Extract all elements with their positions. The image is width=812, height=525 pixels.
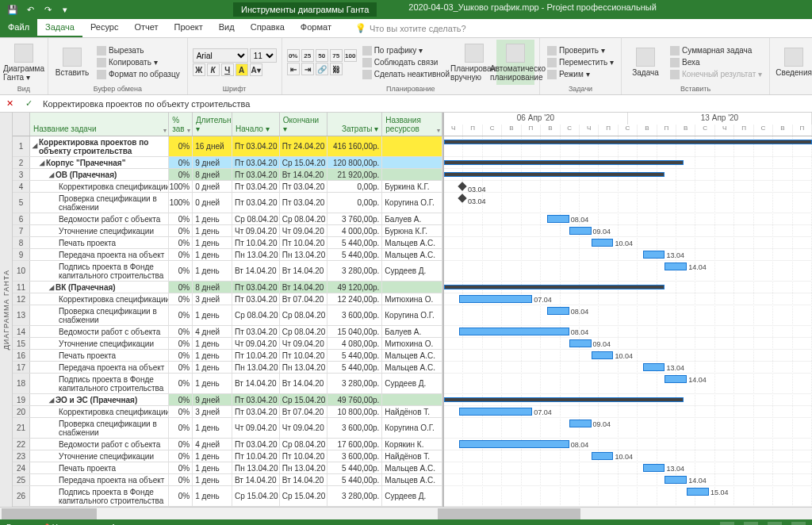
- row-number[interactable]: 23: [13, 450, 30, 462]
- undo-icon[interactable]: ↶: [24, 3, 36, 16]
- milestone-button[interactable]: Веха: [668, 57, 764, 68]
- gantt-bar[interactable]: 13.04: [643, 363, 665, 371]
- milestone-marker[interactable]: 03.04: [458, 182, 466, 190]
- gantt-bar[interactable]: 08.04: [547, 215, 569, 223]
- tab-ресурс[interactable]: Ресурс: [82, 19, 126, 37]
- tab-file[interactable]: Файл: [0, 19, 37, 37]
- save-icon[interactable]: 💾: [6, 3, 19, 16]
- row-number[interactable]: 19: [13, 394, 30, 405]
- ontrack-button[interactable]: По графику ▾: [360, 45, 452, 56]
- row-number[interactable]: 5: [13, 193, 30, 213]
- row-number[interactable]: 7: [13, 225, 30, 236]
- row-number[interactable]: 20: [13, 406, 30, 417]
- outdent-button[interactable]: ⇤: [287, 63, 300, 75]
- row-number[interactable]: 4: [13, 181, 30, 192]
- gantt-bar[interactable]: 08.04: [459, 440, 569, 448]
- bold-button[interactable]: Ж: [193, 63, 205, 76]
- table-row[interactable]: 5Проверка спецификации в снабжении100%0 …: [13, 193, 442, 213]
- table-row[interactable]: 16Печать проекта0%1 деньПт 10.04.20Пт 10…: [13, 350, 442, 362]
- row-number[interactable]: 2: [13, 157, 30, 168]
- gantt-row[interactable]: [444, 394, 812, 406]
- gantt-row[interactable]: [444, 282, 812, 293]
- table-row[interactable]: 18Подпись проекта в Фонде капитального с…: [13, 374, 442, 394]
- gantt-bar[interactable]: 09.04: [569, 227, 592, 235]
- indent-button[interactable]: ⇥: [301, 63, 314, 75]
- gantt-row[interactable]: 08.04: [444, 439, 812, 450]
- row-number[interactable]: 9: [13, 249, 30, 260]
- tell-me[interactable]: 💡 Что вы хотите сделать?: [355, 19, 466, 37]
- table-row[interactable]: 1◢Корректировка проектов по объекту стро…: [13, 136, 442, 157]
- row-number[interactable]: 11: [13, 282, 30, 293]
- gantt-bar[interactable]: 09.04: [569, 420, 592, 427]
- gantt-row[interactable]: 10.04: [444, 450, 812, 462]
- gantt-bar[interactable]: 13.04: [643, 251, 665, 259]
- gantt-bar[interactable]: [444, 140, 812, 144]
- paste-button[interactable]: Вставить: [53, 40, 91, 85]
- tab-справка[interactable]: Справка: [243, 19, 293, 37]
- row-number[interactable]: 6: [13, 213, 30, 224]
- cancel-entry-button[interactable]: ✕: [0, 98, 19, 109]
- table-row[interactable]: 2◢Корпус "Прачечная"0%9 днейПт 03.04.20С…: [13, 157, 442, 169]
- table-row[interactable]: 11◢ВК (Прачечная)0%8 днейПт 03.04.20Вт 1…: [13, 282, 442, 293]
- gantt-row[interactable]: [444, 136, 812, 157]
- view-button-4[interactable]: [791, 522, 806, 525]
- gantt-row[interactable]: 08.04: [444, 326, 812, 338]
- row-number[interactable]: 22: [13, 439, 30, 450]
- table-row[interactable]: 20Корректировка спецификации0%3 днейПт 0…: [13, 406, 442, 418]
- gantt-row[interactable]: 10.04: [444, 237, 812, 249]
- gantt-bar[interactable]: [444, 172, 665, 177]
- table-row[interactable]: 7Уточнение спецификации0%1 деньЧт 09.04.…: [13, 225, 442, 237]
- gantt-bar[interactable]: [444, 397, 684, 402]
- horizontal-scrollbar[interactable]: [0, 507, 812, 519]
- gantt-bar[interactable]: 09.04: [569, 339, 592, 347]
- gantt-row[interactable]: 15.04: [444, 486, 812, 507]
- view-button-2[interactable]: [744, 522, 758, 525]
- table-row[interactable]: 9Передача проекта на объект0%1 деньПн 13…: [13, 249, 442, 261]
- pct-100-button[interactable]: 100: [344, 49, 357, 62]
- copy-button[interactable]: Копировать ▾: [94, 57, 182, 68]
- link-button[interactable]: 🔗: [316, 63, 328, 75]
- table-row[interactable]: 21Проверка спецификации в снабжении0%1 д…: [13, 418, 442, 439]
- gantt-bar[interactable]: 07.04: [459, 295, 533, 303]
- gantt-row[interactable]: 03.04: [444, 181, 812, 193]
- pct-75-button[interactable]: 75: [330, 49, 343, 62]
- row-number[interactable]: 12: [13, 293, 30, 305]
- qat-more-icon[interactable]: ▾: [59, 3, 71, 16]
- task-button[interactable]: Задача: [626, 40, 665, 85]
- table-row[interactable]: 15Уточнение спецификации0%1 деньЧт 09.04…: [13, 338, 442, 350]
- accept-entry-button[interactable]: ✓: [19, 98, 38, 109]
- row-number[interactable]: 24: [13, 462, 30, 473]
- gantt-row[interactable]: 14.04: [444, 261, 812, 282]
- gantt-bar[interactable]: 13.04: [643, 464, 665, 472]
- table-row[interactable]: 3◢ОВ (Прачечная)0%8 днейПт 03.04.20Вт 14…: [13, 169, 442, 181]
- gantt-row[interactable]: 07.04: [444, 406, 812, 418]
- entry-value[interactable]: Корректировка проектов по объекту строит…: [38, 99, 812, 109]
- redo-icon[interactable]: ↷: [41, 3, 54, 16]
- tab-проект[interactable]: Проект: [167, 19, 211, 37]
- row-number[interactable]: 1: [13, 136, 30, 156]
- table-row[interactable]: 4Корректировка спецификации100%0 днейПт …: [13, 181, 442, 193]
- view-button-1[interactable]: [720, 522, 734, 525]
- col-name[interactable]: Название задачи▾: [30, 113, 169, 136]
- italic-button[interactable]: К: [207, 63, 220, 76]
- gantt-row[interactable]: 09.04: [444, 225, 812, 237]
- gantt-row[interactable]: 14.04: [444, 374, 812, 394]
- fill-color-button[interactable]: A▾: [250, 63, 262, 76]
- row-number[interactable]: 3: [13, 169, 30, 180]
- col-duration[interactable]: Длительн ▾: [193, 113, 232, 136]
- row-number[interactable]: 15: [13, 338, 30, 349]
- table-row[interactable]: 12Корректировка спецификации0%3 днейПт 0…: [13, 293, 442, 305]
- gantt-row[interactable]: 09.04: [444, 418, 812, 439]
- tab-формат[interactable]: Формат: [293, 19, 339, 37]
- inactivate-button[interactable]: Сделать неактивной: [360, 69, 452, 80]
- table-row[interactable]: 22Ведомости работ с объекта0%4 днейПт 03…: [13, 439, 442, 450]
- row-number[interactable]: 8: [13, 237, 30, 248]
- unlink-button[interactable]: ⛓: [330, 63, 343, 75]
- gantt-bar[interactable]: [444, 285, 665, 289]
- move-button[interactable]: Переместить ▾: [545, 57, 616, 68]
- col-finish[interactable]: Окончани ▾: [280, 113, 327, 136]
- row-number[interactable]: 17: [13, 362, 30, 373]
- row-number[interactable]: 10: [13, 261, 30, 281]
- table-row[interactable]: 10Подпись проекта в Фонде капитального с…: [13, 261, 442, 282]
- table-row[interactable]: 8Печать проекта0%1 деньПт 10.04.20Пт 10.…: [13, 237, 442, 249]
